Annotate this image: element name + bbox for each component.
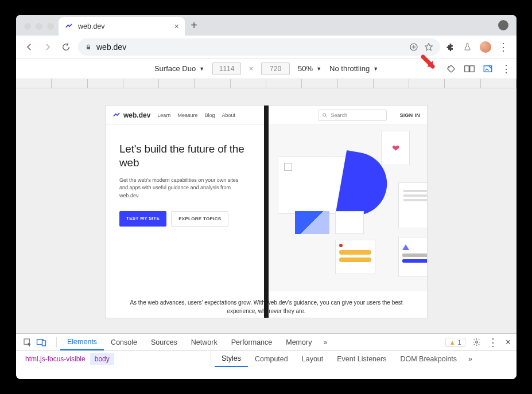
throttling-value: No throttling <box>329 64 370 73</box>
url-text: web.dev <box>96 42 126 52</box>
issues-count: 1 <box>458 339 461 346</box>
tab-sources[interactable]: Sources <box>144 334 184 350</box>
avatar[interactable] <box>480 41 491 53</box>
ruler <box>16 79 517 88</box>
device-name: Surface Duo <box>154 64 196 73</box>
illustration-card <box>398 182 427 228</box>
back-button[interactable] <box>23 41 36 53</box>
dimension-separator: × <box>249 65 253 73</box>
extensions-icon[interactable] <box>446 42 455 52</box>
nav-learn[interactable]: Learn <box>157 112 170 118</box>
reload-button[interactable] <box>60 41 72 53</box>
breadcrumb: html.js-focus-visible body <box>16 351 211 367</box>
warning-icon: ▲ <box>449 339 456 346</box>
labs-icon[interactable] <box>463 42 472 51</box>
hero-buttons: TEST MY SITE EXPLORE TOPICS <box>119 211 255 227</box>
device-frame: web.dev Learn Measure Blog About Search … <box>106 106 427 318</box>
browser-toolbar: web.dev ⋮ <box>16 36 517 58</box>
tab-styles[interactable]: Styles <box>215 351 248 367</box>
emulated-viewport: web.dev Learn Measure Blog About Search … <box>16 88 517 333</box>
tab-strip: web.dev × + <box>16 15 517 36</box>
devtools-menu-icon[interactable]: ⋮ <box>488 336 499 349</box>
hero-title: Let's build the future of the web <box>119 142 255 170</box>
device-toolbar: Surface Duo▼ × 50%▼ No throttling▼ ⋮ <box>16 58 517 79</box>
svg-rect-5 <box>484 65 492 72</box>
svg-point-10 <box>475 341 477 344</box>
illustration-card <box>335 240 375 274</box>
logo-text: web.dev <box>123 111 150 119</box>
forward-button[interactable] <box>41 41 54 53</box>
devtools-subpanel: html.js-focus-visible body Styles Comput… <box>16 351 517 379</box>
capture-screenshot-icon[interactable] <box>483 64 493 74</box>
width-input[interactable] <box>212 63 241 75</box>
more-tabs-icon[interactable]: » <box>319 338 332 346</box>
test-my-site-button[interactable]: TEST MY SITE <box>119 211 166 227</box>
nav-measure[interactable]: Measure <box>177 112 197 118</box>
hero-description: Get the web's modern capabilities on you… <box>119 177 240 200</box>
heart-icon: ❤ <box>381 131 410 165</box>
illustration-card <box>398 237 427 277</box>
bookmark-icon[interactable] <box>424 42 433 52</box>
browser-tab[interactable]: web.dev × <box>59 17 185 36</box>
rotate-icon[interactable] <box>446 64 456 74</box>
crumb-body[interactable]: body <box>90 353 114 365</box>
extension-area <box>446 41 491 53</box>
issues-badge[interactable]: ▲ 1 <box>445 338 465 347</box>
tab-performance[interactable]: Performance <box>224 334 279 350</box>
zoom-value: 50% <box>298 64 313 73</box>
chevron-down-icon: ▼ <box>316 66 321 72</box>
illustration-card <box>335 211 364 234</box>
close-dot[interactable] <box>24 23 31 30</box>
tab-computed[interactable]: Computed <box>248 351 295 367</box>
throttling-select[interactable]: No throttling▼ <box>329 64 378 73</box>
device-toggle-icon[interactable] <box>34 336 48 349</box>
tab-memory[interactable]: Memory <box>279 334 319 350</box>
tab-layout[interactable]: Layout <box>295 351 331 367</box>
tab-console[interactable]: Console <box>104 334 144 350</box>
tab-event-listeners[interactable]: Event Listeners <box>330 351 393 367</box>
chevron-down-icon: ▼ <box>373 66 378 72</box>
zoom-dot[interactable] <box>47 23 54 30</box>
tab-elements[interactable]: Elements <box>60 334 104 350</box>
height-input[interactable] <box>261 63 290 75</box>
close-tab-icon[interactable]: × <box>174 22 179 31</box>
zoom-select[interactable]: 50%▼ <box>298 64 321 73</box>
crumb-html[interactable]: html.js-focus-visible <box>21 353 90 365</box>
devtools-tab-bar: Elements Console Sources Network Perform… <box>16 334 517 351</box>
hero-illustration: ❤ <box>266 125 427 291</box>
site-logo[interactable]: web.dev <box>112 111 150 119</box>
styles-tab-bar: Styles Computed Layout Event Listeners D… <box>211 351 517 367</box>
minimize-dot[interactable] <box>36 23 42 30</box>
address-bar[interactable]: web.dev <box>78 38 440 56</box>
svg-rect-9 <box>42 341 46 346</box>
signin-link[interactable]: SIGN IN <box>399 112 420 118</box>
svg-rect-4 <box>470 65 475 72</box>
url-actions <box>409 42 433 52</box>
devtools-panel: Elements Console Sources Network Perform… <box>16 333 517 379</box>
settings-icon[interactable] <box>472 338 481 346</box>
nav-blog[interactable]: Blog <box>204 112 215 118</box>
chrome-menu-button[interactable]: ⋮ <box>497 41 510 53</box>
favicon-icon <box>64 22 73 31</box>
tab-network[interactable]: Network <box>184 334 224 350</box>
site-nav: Learn Measure Blog About <box>157 112 235 118</box>
new-tab-button[interactable]: + <box>185 19 203 36</box>
chevron-down-icon: ▼ <box>199 66 204 72</box>
close-devtools-icon[interactable]: × <box>506 337 511 348</box>
profile-indicator-icon[interactable] <box>498 20 508 30</box>
window-controls[interactable] <box>21 23 59 36</box>
tab-dom-breakpoints[interactable]: DOM Breakpoints <box>393 351 464 367</box>
install-icon[interactable] <box>409 42 418 52</box>
inspect-icon[interactable] <box>21 336 34 349</box>
device-select[interactable]: Surface Duo▼ <box>154 64 204 73</box>
search-placeholder: Search <box>331 112 347 118</box>
more-styles-tabs-icon[interactable]: » <box>464 355 477 363</box>
dual-screen-icon[interactable] <box>464 64 475 74</box>
search-input[interactable]: Search <box>318 110 387 121</box>
explore-topics-button[interactable]: EXPLORE TOPICS <box>171 211 228 227</box>
nav-about[interactable]: About <box>222 112 235 118</box>
device-hinge <box>264 106 269 318</box>
hero-copy: Let's build the future of the web Get th… <box>106 125 266 291</box>
svg-rect-3 <box>465 65 469 72</box>
device-toolbar-menu[interactable]: ⋮ <box>501 63 512 75</box>
